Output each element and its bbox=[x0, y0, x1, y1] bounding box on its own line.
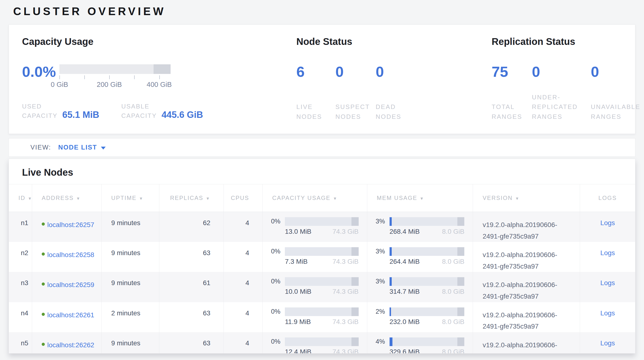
column-header-capacity[interactable]: CAPACITY USAGE▼ bbox=[262, 184, 367, 212]
mem-usage-percent: 3% bbox=[376, 248, 390, 255]
column-header-cpus: CPUS bbox=[224, 184, 262, 212]
node-address-cell: localhost:26261 bbox=[32, 302, 102, 332]
column-header-logs: LOGS bbox=[580, 184, 635, 212]
node-address-link[interactable]: localhost:26262 bbox=[47, 339, 94, 351]
suspect-nodes-stat: 0 SUSPECT NODES bbox=[336, 64, 376, 121]
capacity-gauge-axis: 0 GiB200 GiB400 GiB bbox=[60, 74, 170, 88]
node-logs-cell: Logs bbox=[580, 272, 635, 302]
mem-max-value: 8.0 GiB bbox=[442, 258, 464, 265]
node-cpus-cell: 4 bbox=[224, 272, 262, 302]
axis-tick bbox=[159, 75, 160, 79]
unavailable-ranges-label: UNAVAILABLE RANGES bbox=[591, 102, 644, 121]
axis-tick-label: 0 GiB bbox=[51, 81, 68, 89]
unavailable-ranges-stat: 0 UNAVAILABLE RANGES bbox=[591, 64, 644, 121]
column-header-id[interactable]: ID▼ bbox=[9, 184, 32, 212]
node-cpus-cell: 4 bbox=[224, 302, 262, 332]
dead-nodes-label: DEAD NODES bbox=[376, 102, 409, 121]
column-header-replicas[interactable]: REPLICAS▼ bbox=[159, 184, 224, 212]
mem-usage-bar-fill bbox=[390, 307, 391, 316]
sort-desc-icon: ▼ bbox=[139, 196, 144, 201]
sort-desc-icon: ▼ bbox=[515, 196, 520, 201]
under-replicated-ranges-stat: 0 UNDER-REPLICATED RANGES bbox=[532, 64, 591, 121]
mem-usage-cell: 3%264.4 MiB8.0 GiB bbox=[367, 242, 473, 272]
node-logs-link[interactable]: Logs bbox=[600, 339, 615, 347]
node-address-link[interactable]: localhost:26259 bbox=[47, 279, 94, 291]
mem-used-value: 232.0 MiB bbox=[390, 318, 420, 326]
replication-status-title: Replication Status bbox=[492, 36, 644, 47]
capacity-usage-bar bbox=[285, 277, 359, 286]
mem-usage-bar bbox=[390, 247, 464, 256]
suspect-nodes-label: SUSPECT NODES bbox=[336, 102, 374, 121]
node-address-cell: localhost:26259 bbox=[32, 272, 102, 302]
column-header-label: REPLICAS bbox=[170, 195, 204, 201]
capacity-usage-bar-reserved-segment bbox=[352, 337, 358, 346]
node-address-link[interactable]: localhost:26257 bbox=[47, 219, 94, 231]
column-header-address[interactable]: ADDRESS▼ bbox=[32, 184, 102, 212]
node-address-link[interactable]: localhost:26261 bbox=[47, 309, 94, 321]
capacity-usage-bar bbox=[285, 337, 359, 346]
live-nodes-title: Live Nodes bbox=[9, 159, 635, 184]
column-header-version[interactable]: VERSION▼ bbox=[473, 184, 580, 212]
node-address-link[interactable]: localhost:26258 bbox=[47, 249, 94, 261]
node-live-status-icon bbox=[42, 313, 45, 316]
mem-usage-cell: 3%268.4 MiB8.0 GiB bbox=[367, 212, 473, 242]
node-status-title: Node Status bbox=[296, 36, 492, 47]
mem-max-value: 8.0 GiB bbox=[442, 288, 464, 295]
axis-tick bbox=[134, 75, 135, 79]
capacity-usage-cell: 0%12.4 MiB74.3 GiB bbox=[262, 332, 367, 353]
column-header-mem[interactable]: MEM USAGE▼ bbox=[367, 184, 473, 212]
mem-usage-bar-reserved-segment bbox=[457, 247, 464, 256]
capacity-stats: USED CAPACITY 65.1 MiB USABLE CAPACITY 4… bbox=[22, 102, 296, 120]
capacity-max-value: 74.3 GiB bbox=[332, 258, 359, 265]
capacity-usage-percent: 0% bbox=[271, 248, 285, 255]
cluster-overview-page: CLUSTER OVERVIEW Capacity Usage 0.0% 0 G… bbox=[0, 0, 644, 353]
under-replicated-ranges-value: 0 bbox=[532, 64, 591, 79]
mem-used-value: 314.7 MiB bbox=[390, 288, 420, 295]
table-row: n3localhost:262599 minutes6140%10.0 MiB7… bbox=[9, 272, 635, 302]
node-logs-link[interactable]: Logs bbox=[600, 279, 615, 287]
column-header-label: CPUS bbox=[231, 195, 249, 201]
mem-usage-bar bbox=[390, 277, 464, 286]
node-replicas-cell: 62 bbox=[159, 212, 224, 242]
mem-usage-bar bbox=[390, 217, 464, 226]
node-status-section: Node Status 6 LIVE NODES 0 SUSPECT NODES… bbox=[296, 36, 492, 134]
node-logs-cell: Logs bbox=[580, 332, 635, 353]
column-header-uptime[interactable]: UPTIME▼ bbox=[102, 184, 159, 212]
node-logs-link[interactable]: Logs bbox=[600, 309, 615, 317]
usable-capacity-stat: USABLE CAPACITY 445.6 GiB bbox=[121, 102, 203, 120]
mem-usage-cell: 3%314.7 MiB8.0 GiB bbox=[367, 272, 473, 302]
node-address-cell: localhost:26257 bbox=[32, 212, 102, 242]
capacity-usage-percent: 0% bbox=[271, 338, 285, 345]
capacity-usage-section: Capacity Usage 0.0% 0 GiB200 GiB400 GiB … bbox=[22, 36, 296, 134]
live-nodes-label: LIVE NODES bbox=[296, 102, 332, 121]
mem-usage-bar-reserved-segment bbox=[457, 217, 464, 226]
total-ranges-label: TOTAL RANGES bbox=[492, 102, 525, 121]
mem-usage-bar bbox=[390, 307, 464, 316]
capacity-used-value: 10.0 MiB bbox=[285, 288, 312, 295]
capacity-usage-bar-reserved-segment bbox=[352, 277, 358, 286]
node-id-cell: n4 bbox=[9, 302, 32, 332]
capacity-used-value: 7.3 MiB bbox=[285, 258, 308, 265]
node-replicas-cell: 63 bbox=[159, 302, 224, 332]
used-capacity-label: USED CAPACITY bbox=[22, 102, 58, 120]
node-live-status-icon bbox=[42, 253, 45, 256]
node-uptime-cell: 9 minutes bbox=[102, 332, 159, 353]
under-replicated-ranges-label: UNDER-REPLICATED RANGES bbox=[532, 92, 588, 121]
node-logs-cell: Logs bbox=[580, 302, 635, 332]
mem-usage-bar-fill bbox=[390, 247, 392, 256]
node-uptime-cell: 9 minutes bbox=[102, 242, 159, 272]
node-logs-link[interactable]: Logs bbox=[600, 219, 615, 227]
live-nodes-value: 6 bbox=[296, 64, 336, 79]
capacity-usage-cell: 0%10.0 MiB74.3 GiB bbox=[262, 272, 367, 302]
node-cpus-cell: 4 bbox=[224, 332, 262, 353]
table-row: n2localhost:262589 minutes6340%7.3 MiB74… bbox=[9, 242, 635, 272]
dead-nodes-stat: 0 DEAD NODES bbox=[376, 64, 409, 121]
node-logs-link[interactable]: Logs bbox=[600, 249, 615, 257]
view-selector-dropdown[interactable]: NODE LIST bbox=[58, 144, 106, 151]
node-cpus-cell: 4 bbox=[224, 242, 262, 272]
column-header-label: LOGS bbox=[598, 195, 617, 201]
capacity-usage-bar-reserved-segment bbox=[352, 247, 358, 256]
chevron-down-icon bbox=[101, 147, 106, 149]
node-version-cell: v19.2.0-alpha.20190606-2491-gfe735c9a97 bbox=[473, 212, 580, 242]
node-cpus-cell: 4 bbox=[224, 212, 262, 242]
